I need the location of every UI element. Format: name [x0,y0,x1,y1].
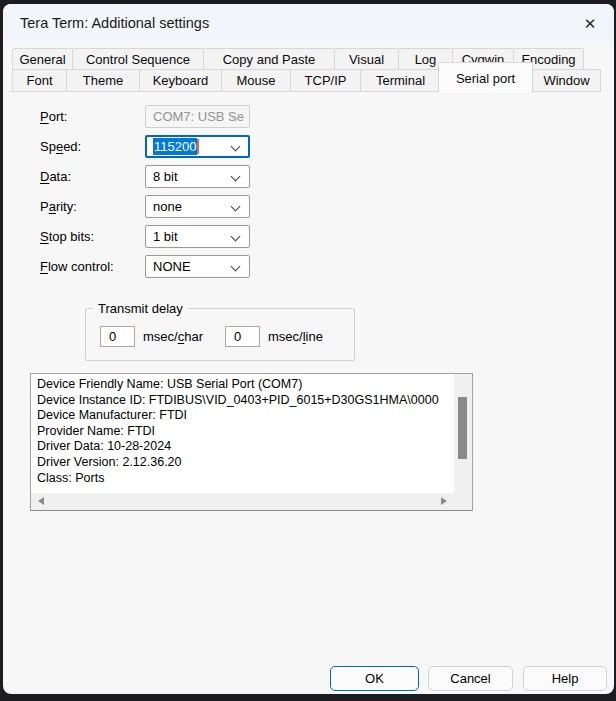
msec-per-char-label: msec/char [143,329,203,344]
parity-value: none [153,199,182,214]
tab-keyboard[interactable]: Keyboard [139,69,222,92]
tab-control-sequence[interactable]: Control Sequence [72,48,204,70]
tab-label: Window [543,73,589,88]
stop-bits-value: 1 bit [153,229,178,244]
tab-window[interactable]: Window [532,69,601,92]
tab-label: Keyboard [153,73,209,88]
ok-button[interactable]: OK [330,666,419,691]
tab-font[interactable]: Font [12,69,67,92]
device-info-line: Device Manufacturer: FTDI [37,408,448,424]
help-button[interactable]: Help [523,666,607,691]
msec-per-line-input[interactable]: 0 [225,326,260,347]
parity-dropdown[interactable]: none [145,195,250,218]
data-label: Data: [40,169,71,184]
tab-mouse[interactable]: Mouse [221,69,291,92]
tab-label: TCP/IP [305,73,347,88]
msec-per-char-value: 0 [109,329,116,344]
tab-label: Theme [83,73,123,88]
tab-visual[interactable]: Visual [334,48,399,70]
device-info-line: Device Friendly Name: USB Serial Port (C… [37,377,448,393]
tab-general[interactable]: General [12,48,73,70]
tab-tcpip[interactable]: TCP/IP [290,69,361,92]
data-dropdown[interactable]: 8 bit [145,165,250,188]
tab-label: Log [415,52,437,67]
text-caret [197,139,199,154]
vertical-scrollbar-thumb[interactable] [458,397,467,459]
port-dropdown: COM7: USB Se [145,105,250,128]
chevron-down-icon[interactable] [231,232,241,242]
horizontal-scrollbar[interactable] [31,493,454,510]
vertical-scrollbar[interactable] [454,374,472,493]
device-info-listbox[interactable]: Device Friendly Name: USB Serial Port (C… [30,373,473,511]
tab-copy-and-paste[interactable]: Copy and Paste [203,48,335,70]
scroll-right-arrow-icon[interactable] [441,497,447,505]
speed-label: Speed: [40,139,81,154]
device-info-line: Driver Data: 10-28-2024 [37,439,448,455]
speed-combobox[interactable]: 115200 [145,135,250,158]
tab-label: Terminal [376,73,425,88]
flow-control-label: Flow control: [40,259,114,274]
tab-terminal[interactable]: Terminal [360,69,441,92]
tab-label: Control Sequence [86,52,190,67]
chevron-down-icon[interactable] [231,172,241,182]
device-info-text: Device Friendly Name: USB Serial Port (C… [31,374,454,493]
tab-label: Font [26,73,52,88]
flow-control-dropdown[interactable]: NONE [145,255,250,278]
device-info-line: Device Instance ID: FTDIBUS\VID_0403+PID… [37,393,448,409]
chevron-down-icon[interactable] [231,262,241,272]
tab-label: Serial port [456,71,515,86]
tab-label: Copy and Paste [223,52,316,67]
msec-per-line-value: 0 [234,329,241,344]
data-value: 8 bit [153,169,178,184]
parity-label: Parity: [40,199,77,214]
stop-bits-label: Stop bits: [40,229,94,244]
device-info-line: Driver Version: 2.12.36.20 [37,455,448,471]
stop-bits-dropdown[interactable]: 1 bit [145,225,250,248]
port-label: Port: [40,109,67,124]
msec-per-char-input[interactable]: 0 [100,326,135,347]
tab-theme[interactable]: Theme [66,69,140,92]
speed-value: 115200 [153,138,197,155]
flow-control-value: NONE [153,259,191,274]
window-title: Tera Term: Additional settings [20,15,209,31]
device-info-line: Class: Ports [37,471,448,487]
close-button[interactable]: ✕ [577,11,603,37]
msec-per-line-label: msec/line [268,329,323,344]
chevron-down-icon[interactable] [231,202,241,212]
additional-settings-dialog: Tera Term: Additional settings ✕ General… [3,4,614,694]
cancel-button[interactable]: Cancel [428,666,513,691]
device-info-line: Provider Name: FTDI [37,424,448,440]
tab-serial-port[interactable]: Serial port [438,62,533,93]
scrollbar-corner [454,493,472,510]
scroll-left-arrow-icon[interactable] [38,497,44,505]
tab-label: Mouse [236,73,275,88]
chevron-down-icon[interactable] [231,142,241,152]
title-bar: Tera Term: Additional settings ✕ [3,4,614,44]
tab-label: Visual [349,52,384,67]
close-icon: ✕ [584,15,597,33]
transmit-delay-group-title: Transmit delay [93,301,188,316]
tab-label: General [19,52,65,67]
